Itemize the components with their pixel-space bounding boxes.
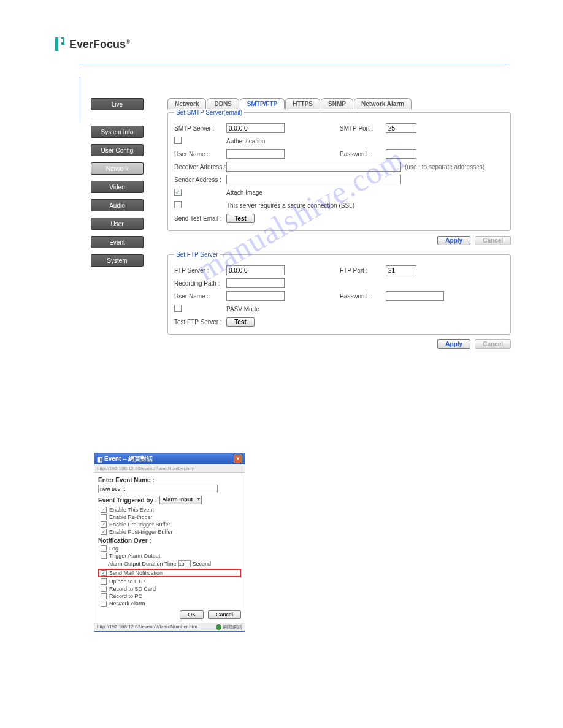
close-icon[interactable]: × xyxy=(234,455,242,463)
sidebar-item-video[interactable]: Video xyxy=(91,181,144,193)
sidebar-item-event[interactable]: Event xyxy=(91,236,144,248)
pasv-label: PASV Mode xyxy=(226,306,259,313)
sidebar-item-network[interactable]: Network xyxy=(91,162,144,175)
divider xyxy=(80,64,509,64)
ftp-user-label: User Name : xyxy=(174,293,226,300)
ssl-checkbox[interactable] xyxy=(174,201,182,208)
auth-checkbox[interactable] xyxy=(174,137,182,144)
rec-path-input[interactable] xyxy=(226,278,285,288)
event-dialog: ◧ Event -- 網頁對話 × http://192.168.12.63/e… xyxy=(94,453,245,632)
tab-smtp-ftp[interactable]: SMTP/FTP xyxy=(240,98,285,109)
enable-post-checkbox[interactable]: ✓ xyxy=(101,529,107,535)
dialog-address: http://192.168.12.63/event/PanelNumber.h… xyxy=(94,464,245,473)
test-email-button[interactable]: Test xyxy=(226,214,255,223)
upload-ftp-label: Upload to FTP xyxy=(109,578,145,585)
send-mail-checkbox[interactable]: ✓ xyxy=(101,570,107,576)
ftp-legend: Set FTP Server xyxy=(174,251,220,258)
auth-label: Authentication xyxy=(226,138,265,145)
enable-pre-checkbox[interactable]: ✓ xyxy=(101,521,107,528)
ftp-server-input[interactable] xyxy=(226,265,285,275)
enable-event-checkbox[interactable]: ✓ xyxy=(101,507,107,513)
logo: EverFocus® xyxy=(0,0,563,51)
log-label: Log xyxy=(109,545,118,552)
everfocus-logo-icon xyxy=(52,37,67,51)
enable-post-label: Enable Post-trigger Buffer xyxy=(109,529,172,535)
duration-input[interactable] xyxy=(178,560,191,567)
divider xyxy=(80,77,80,123)
tab-network[interactable]: Network xyxy=(167,98,206,109)
sidebar-item-live[interactable]: Live xyxy=(91,98,144,110)
test-email-label: Send Test Email : xyxy=(174,215,226,222)
enable-retrigger-checkbox[interactable] xyxy=(101,514,107,520)
attach-checkbox[interactable]: ✓ xyxy=(174,189,182,196)
sidebar-item-system[interactable]: System xyxy=(91,254,144,267)
sidebar-item-user-config[interactable]: User Config xyxy=(91,144,144,156)
ftp-user-input[interactable] xyxy=(226,291,285,301)
smtp-user-label: User Name : xyxy=(174,151,226,157)
ftp-port-label: FTP Port : xyxy=(340,267,386,274)
sender-input[interactable] xyxy=(226,175,401,184)
smtp-port-input[interactable] xyxy=(386,123,416,133)
trigger-alarm-checkbox[interactable] xyxy=(101,553,107,559)
enable-pre-label: Enable Pre-trigger Buffer xyxy=(109,521,170,528)
ftp-pass-input[interactable] xyxy=(386,291,444,301)
smtp-apply-button[interactable]: Apply xyxy=(437,236,470,245)
smtp-legend: Set SMTP Server(email) xyxy=(174,109,244,116)
record-sd-checkbox[interactable] xyxy=(101,586,107,592)
smtp-user-input[interactable] xyxy=(226,149,285,159)
trigger-alarm-label: Trigger Alarm Output xyxy=(109,553,160,559)
sender-label: Sender Address : xyxy=(174,176,226,183)
smtp-server-input[interactable] xyxy=(226,123,285,133)
event-name-input[interactable] xyxy=(98,485,218,493)
ftp-cancel-button[interactable]: Cancel xyxy=(475,339,511,349)
ssl-label: This server requires a secure connection… xyxy=(226,202,354,209)
ftp-apply-button[interactable]: Apply xyxy=(437,339,470,349)
dialog-ok-button[interactable]: OK xyxy=(180,610,204,619)
recv-label: Receiver Address : xyxy=(174,164,226,170)
dialog-title: Event -- 網頁對話 xyxy=(104,455,153,463)
smtp-fieldset: Set SMTP Server(email) SMTP Server : SMT… xyxy=(167,109,511,231)
duration-unit: Second xyxy=(193,561,212,567)
smtp-pass-input[interactable] xyxy=(386,149,416,159)
sidebar-item-audio[interactable]: Audio xyxy=(91,199,144,211)
trigger-select[interactable]: Alarm Input xyxy=(159,496,202,504)
rec-path-label: Recording Path : xyxy=(174,280,226,287)
divider xyxy=(91,118,146,118)
duration-label: Alarm Output Duration Time xyxy=(108,561,177,567)
tab-snmp[interactable]: SNMP xyxy=(321,98,353,109)
attach-label: Attach Image xyxy=(226,189,262,196)
dialog-titlebar[interactable]: ◧ Event -- 網頁對話 × xyxy=(94,453,245,464)
record-pc-checkbox[interactable] xyxy=(101,593,107,599)
record-sd-label: Record to SD Card xyxy=(109,586,156,592)
tab-bar: Network DDNS SMTP/FTP HTTPS SNMP Network… xyxy=(167,98,511,109)
sidebar-item-user[interactable]: User xyxy=(91,218,144,230)
content-panel: Network DDNS SMTP/FTP HTTPS SNMP Network… xyxy=(167,98,511,349)
tab-https[interactable]: HTTPS xyxy=(285,98,320,109)
dialog-cancel-button[interactable]: Cancel xyxy=(208,610,241,619)
upload-ftp-checkbox[interactable] xyxy=(101,578,107,585)
enable-retrigger-label: Enable Re-trigger xyxy=(109,514,153,520)
logo-text: EverFocus® xyxy=(69,38,130,51)
network-alarm-label: Network Alarm xyxy=(109,601,145,607)
status-zone: 網際網路 xyxy=(223,624,242,631)
notification-label: Notification Over : xyxy=(98,537,241,544)
ftp-pass-label: Password : xyxy=(340,293,386,300)
smtp-cancel-button[interactable]: Cancel xyxy=(475,236,511,245)
log-checkbox[interactable] xyxy=(101,545,107,552)
test-ftp-button[interactable]: Test xyxy=(226,317,255,327)
tab-network-alarm[interactable]: Network Alarm xyxy=(354,98,412,109)
recv-hint: (use ; to separate addresses) xyxy=(405,164,484,170)
test-ftp-label: Test FTP Server : xyxy=(174,319,226,325)
tab-ddns[interactable]: DDNS xyxy=(207,98,239,109)
recv-input[interactable] xyxy=(226,162,401,172)
smtp-server-label: SMTP Server : xyxy=(174,125,226,132)
globe-icon xyxy=(216,624,221,630)
svg-rect-0 xyxy=(61,39,63,42)
sidebar: Live System Info User Config Network Vid… xyxy=(91,98,146,349)
smtp-port-label: SMTP Port : xyxy=(340,125,386,132)
dialog-icon: ◧ xyxy=(97,456,102,463)
network-alarm-checkbox[interactable] xyxy=(101,601,107,607)
ftp-port-input[interactable] xyxy=(386,265,416,275)
pasv-checkbox[interactable] xyxy=(174,305,182,312)
sidebar-item-system-info[interactable]: System Info xyxy=(91,126,144,138)
